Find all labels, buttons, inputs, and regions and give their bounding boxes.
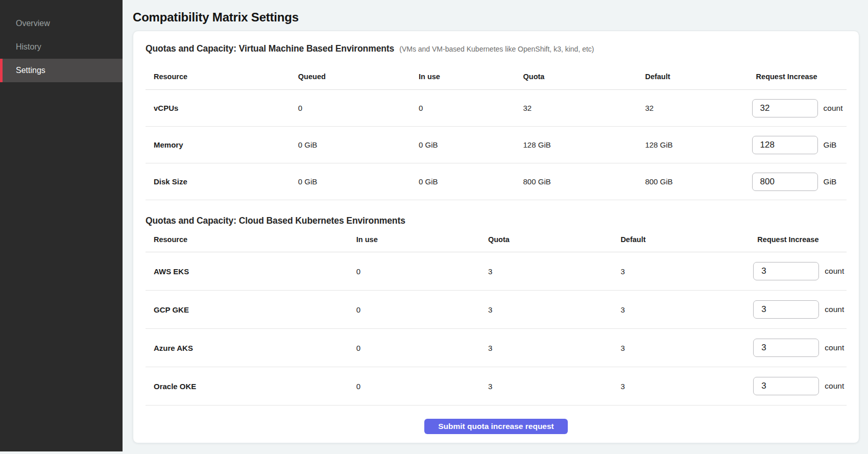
submit-quota-increase-button[interactable]: Submit quota increase request bbox=[424, 419, 568, 434]
request-increase-cell: GiB bbox=[752, 173, 847, 191]
table-row-vcpus: vCPUs 0 0 32 32 count bbox=[146, 90, 847, 127]
sidebar-item-label: Overview bbox=[16, 19, 50, 28]
section-title: Quotas and Capacity: Virtual Machine Bas… bbox=[146, 43, 394, 54]
table-row-memory: Memory 0 GiB 0 GiB 128 GiB 128 GiB GiB bbox=[146, 127, 847, 163]
quota-value: 32 bbox=[515, 104, 637, 112]
sidebar-item-label: History bbox=[16, 42, 41, 52]
main-content: Compatibility Matrix Settings Quotas and… bbox=[123, 0, 868, 443]
request-increase-input[interactable] bbox=[753, 339, 819, 357]
in-use-value: 0 bbox=[348, 305, 480, 314]
sidebar-item-settings[interactable]: Settings bbox=[0, 59, 123, 82]
active-indicator bbox=[0, 59, 3, 82]
request-increase-input[interactable] bbox=[752, 136, 818, 154]
quota-value: 3 bbox=[480, 382, 612, 391]
request-increase-input[interactable] bbox=[753, 262, 819, 280]
request-increase-cell: count bbox=[753, 262, 847, 280]
column-header-request-increase: Request Increase bbox=[752, 73, 847, 81]
column-header-queued: Queued bbox=[290, 73, 411, 81]
resource-name: Azure AKS bbox=[146, 344, 348, 352]
default-value: 128 GiB bbox=[637, 140, 752, 149]
queued-value: 0 bbox=[290, 104, 411, 112]
quota-value: 3 bbox=[480, 267, 612, 276]
request-increase-input[interactable] bbox=[753, 300, 819, 319]
in-use-value: 0 bbox=[348, 344, 480, 352]
request-increase-cell: count bbox=[752, 99, 847, 117]
page-title: Compatibility Matrix Settings bbox=[133, 10, 859, 25]
table-row-azure-aks: Azure AKS 0 3 3 count bbox=[146, 329, 847, 367]
unit-label: count bbox=[825, 343, 844, 352]
request-increase-cell: count bbox=[753, 377, 847, 395]
unit-label: count bbox=[824, 104, 843, 113]
queued-value: 0 GiB bbox=[290, 177, 411, 186]
in-use-value: 0 bbox=[348, 382, 480, 391]
request-increase-cell: count bbox=[753, 339, 847, 357]
in-use-value: 0 GiB bbox=[411, 140, 515, 149]
sidebar-item-overview[interactable]: Overview bbox=[0, 12, 123, 35]
table-header-cloud: Resource In use Quota Default Request In… bbox=[146, 226, 847, 252]
in-use-value: 0 GiB bbox=[411, 177, 515, 186]
request-increase-input[interactable] bbox=[752, 99, 818, 117]
in-use-value: 0 bbox=[411, 104, 515, 112]
resource-name: Disk Size bbox=[146, 177, 290, 186]
column-header-in-use: In use bbox=[348, 235, 480, 244]
table-header-vm: Resource Queued In use Quota Default Req… bbox=[146, 54, 847, 90]
unit-label: count bbox=[825, 267, 844, 276]
table-row-aws-eks: AWS EKS 0 3 3 count bbox=[146, 252, 847, 291]
quota-value: 128 GiB bbox=[515, 140, 637, 149]
request-increase-input[interactable] bbox=[753, 377, 819, 395]
in-use-value: 0 bbox=[348, 267, 480, 276]
sidebar-item-history[interactable]: History bbox=[0, 35, 123, 59]
quota-value: 3 bbox=[480, 344, 612, 352]
sidebar-item-label: Settings bbox=[16, 66, 45, 75]
card-footer: Submit quota increase request bbox=[146, 419, 847, 434]
section-subtitle: (VMs and VM-based Kubernetes like OpenSh… bbox=[399, 45, 594, 53]
settings-card: Quotas and Capacity: Virtual Machine Bas… bbox=[133, 31, 859, 443]
unit-label: GiB bbox=[824, 140, 837, 150]
default-value: 3 bbox=[612, 382, 753, 391]
queued-value: 0 GiB bbox=[290, 140, 411, 149]
default-value: 800 GiB bbox=[637, 177, 752, 186]
section-cloud-header: Quotas and Capacity: Cloud Based Kuberne… bbox=[146, 216, 847, 226]
sidebar: Overview History Settings bbox=[0, 0, 123, 451]
section-vm-header: Quotas and Capacity: Virtual Machine Bas… bbox=[146, 43, 847, 54]
default-value: 3 bbox=[612, 344, 753, 352]
default-value: 32 bbox=[637, 104, 752, 112]
table-row-oracle-oke: Oracle OKE 0 3 3 count bbox=[146, 367, 847, 405]
column-header-resource: Resource bbox=[146, 73, 290, 81]
unit-label: count bbox=[825, 305, 844, 314]
column-header-default: Default bbox=[612, 235, 753, 244]
request-increase-cell: count bbox=[753, 300, 847, 319]
resource-name: Oracle OKE bbox=[146, 382, 348, 391]
column-header-default: Default bbox=[637, 73, 752, 81]
section-title: Quotas and Capacity: Cloud Based Kuberne… bbox=[146, 216, 405, 226]
resource-name: Memory bbox=[146, 140, 290, 149]
column-header-in-use: In use bbox=[411, 73, 515, 81]
request-increase-input[interactable] bbox=[752, 173, 818, 191]
unit-label: count bbox=[825, 381, 844, 391]
column-header-quota: Quota bbox=[515, 73, 637, 81]
request-increase-cell: GiB bbox=[752, 136, 847, 154]
quota-value: 800 GiB bbox=[515, 177, 637, 186]
resource-name: AWS EKS bbox=[146, 267, 348, 276]
resource-name: vCPUs bbox=[146, 104, 290, 112]
column-header-quota: Quota bbox=[480, 235, 612, 244]
table-row-gcp-gke: GCP GKE 0 3 3 count bbox=[146, 291, 847, 329]
resource-name: GCP GKE bbox=[146, 305, 348, 314]
table-row-disk-size: Disk Size 0 GiB 0 GiB 800 GiB 800 GiB Gi… bbox=[146, 163, 847, 200]
column-header-request-increase: Request Increase bbox=[753, 235, 847, 244]
column-header-resource: Resource bbox=[146, 235, 348, 244]
quota-value: 3 bbox=[480, 305, 612, 314]
default-value: 3 bbox=[612, 267, 753, 276]
unit-label: GiB bbox=[824, 177, 837, 186]
default-value: 3 bbox=[612, 305, 753, 314]
